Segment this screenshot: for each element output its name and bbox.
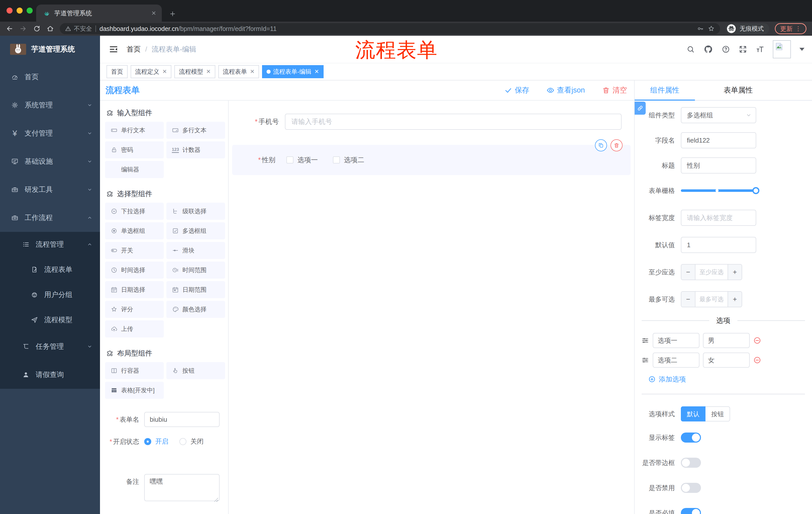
form-name-input[interactable] (144, 412, 220, 427)
tag-close-icon[interactable]: ✕ (314, 69, 319, 75)
reload-icon[interactable] (33, 25, 41, 33)
github-icon[interactable] (703, 45, 713, 54)
forward-icon[interactable] (19, 25, 27, 33)
palette-item-cascade-select[interactable]: 级联选择 (166, 203, 225, 220)
palette-item-single-line-text[interactable]: 单行文本 (105, 122, 164, 139)
window-minimize-button[interactable] (17, 7, 23, 13)
home-icon[interactable] (46, 25, 54, 33)
default-value-input[interactable] (681, 237, 756, 253)
tag-process-form-edit[interactable]: 流程表单-编辑✕ (262, 65, 323, 78)
palette-item-counter[interactable]: 123计数器 (166, 141, 225, 158)
clear-button[interactable]: 清空 (602, 85, 627, 95)
app-logo[interactable]: 芋道管理系统 (0, 36, 100, 63)
component-type-select[interactable]: 多选框组 (681, 107, 756, 123)
bookmark-star-icon[interactable] (707, 25, 715, 32)
max-select-placeholder[interactable]: 最多可选 (695, 292, 728, 307)
fullscreen-icon[interactable] (738, 45, 747, 54)
search-icon[interactable] (686, 45, 695, 54)
help-icon[interactable] (722, 45, 730, 54)
option-style-default-button[interactable]: 默认 (681, 406, 705, 422)
tag-process-definition[interactable]: 流程定义✕ (130, 65, 171, 78)
palette-item-slider[interactable]: 滑块 (166, 242, 225, 259)
sidebar-item-task-management[interactable]: 任务管理 (0, 332, 100, 360)
phone-field-input[interactable] (285, 114, 621, 130)
palette-item-date-range[interactable]: 日期范围 (166, 281, 225, 298)
option-2-name-input[interactable] (653, 353, 699, 368)
tag-close-icon[interactable]: ✕ (206, 69, 210, 75)
tag-process-form[interactable]: 流程表单✕ (218, 65, 259, 78)
checkbox-option-2[interactable]: 选项二 (333, 155, 364, 164)
breadcrumb-home[interactable]: 首页 (127, 45, 141, 54)
form-remark-textarea[interactable]: 嘿嘿 (144, 474, 220, 501)
field-name-input[interactable] (681, 132, 756, 148)
palette-item-upload[interactable]: 上传 (105, 320, 164, 337)
browser-tab[interactable]: 芋道管理系统 (36, 4, 162, 22)
palette-item-time-picker[interactable]: 时间选择 (105, 262, 164, 279)
checkbox-option-1[interactable]: 选项一 (286, 155, 318, 164)
border-switch[interactable] (681, 458, 701, 468)
back-icon[interactable] (5, 25, 13, 33)
sidebar-item-infrastructure[interactable]: 基础设施 (0, 147, 100, 175)
option-1-value-input[interactable] (703, 333, 750, 348)
stepper-plus-button[interactable]: + (728, 292, 742, 307)
sidebar-item-process-form[interactable]: 流程表单 (0, 257, 100, 282)
slider-handle[interactable] (752, 187, 759, 194)
tag-home[interactable]: 首页 (107, 65, 127, 78)
avatar[interactable] (773, 40, 791, 58)
label-width-input[interactable] (681, 210, 756, 226)
palette-item-password[interactable]: 密码 (105, 141, 164, 158)
palette-item-table-dev[interactable]: 表格[开发中] (105, 382, 164, 399)
palette-item-multi-line-text[interactable]: 多行文本 (166, 122, 225, 139)
option-1-name-input[interactable] (653, 333, 699, 348)
font-size-icon[interactable] (756, 45, 764, 54)
option-style-button-button[interactable]: 按钮 (705, 406, 730, 422)
address-bar[interactable]: 不安全 dashboard.yudao.iocoder.cn/bpm/manag… (60, 23, 720, 34)
stepper-minus-button[interactable]: − (682, 265, 695, 280)
selected-component-gender[interactable]: *性别 选项一 选项二 (232, 145, 631, 175)
stepper-plus-button[interactable]: + (728, 265, 742, 280)
option-2-value-input[interactable] (703, 353, 750, 368)
palette-item-color-picker[interactable]: 颜色选择 (166, 301, 225, 318)
add-option-button[interactable]: 添加选项 (648, 375, 812, 384)
tab-form-props[interactable]: 表单属性 (695, 80, 781, 100)
tag-process-model[interactable]: 流程模型✕ (174, 65, 215, 78)
palette-item-editor[interactable]: 编辑器 (105, 161, 164, 178)
palette-item-date-picker[interactable]: 日期选择 (105, 281, 164, 298)
new-tab-button[interactable] (169, 10, 176, 18)
duplicate-component-button[interactable] (595, 139, 607, 152)
palette-item-dropdown-select[interactable]: 下拉选择 (105, 203, 164, 220)
palette-item-checkbox-group[interactable]: 多选框组 (166, 222, 225, 239)
sidebar-item-leave-query[interactable]: 请假查询 (0, 360, 100, 389)
browser-menu-dots-icon[interactable]: ⋮ (795, 25, 801, 32)
required-switch[interactable] (681, 508, 701, 514)
palette-item-rate[interactable]: 评分 (105, 301, 164, 318)
palette-item-row-container[interactable]: 行容器 (105, 362, 164, 379)
sidebar-item-process-management[interactable]: 流程管理 (0, 232, 100, 257)
delete-component-button[interactable] (610, 139, 622, 152)
status-radio-off[interactable]: 关闭 (179, 437, 203, 446)
password-key-icon[interactable] (697, 25, 704, 32)
security-chip[interactable]: 不安全 (65, 25, 92, 33)
palette-item-button[interactable]: 按钮 (166, 362, 225, 379)
status-radio-on[interactable]: 开启 (144, 437, 168, 446)
sidebar-item-home[interactable]: 首页 (0, 63, 100, 91)
view-json-button[interactable]: 查看json (546, 85, 585, 95)
link-tag[interactable] (635, 102, 646, 115)
stepper-minus-button[interactable]: − (682, 292, 695, 307)
remove-option-icon[interactable] (753, 336, 761, 345)
tag-close-icon[interactable]: ✕ (250, 69, 255, 75)
sidebar-collapse-icon[interactable] (109, 44, 119, 54)
avatar-caret-down-icon[interactable] (800, 48, 805, 51)
show-label-switch[interactable] (681, 433, 701, 442)
sidebar-item-process-model[interactable]: 流程模型 (0, 307, 100, 332)
palette-item-time-range[interactable]: 时间范围 (166, 262, 225, 279)
sidebar-item-system[interactable]: 系统管理 (0, 91, 100, 119)
tab-close-icon[interactable] (151, 10, 157, 16)
palette-item-radio-group[interactable]: 单选框组 (105, 222, 164, 239)
drag-handle-icon[interactable] (641, 356, 649, 364)
tag-close-icon[interactable]: ✕ (162, 69, 167, 75)
form-grid-slider[interactable] (681, 183, 756, 199)
sidebar-item-payment[interactable]: ¥ 支付管理 (0, 119, 100, 147)
sidebar-item-user-group[interactable]: 用户分组 (0, 282, 100, 307)
min-select-placeholder[interactable]: 至少应选 (695, 265, 728, 280)
